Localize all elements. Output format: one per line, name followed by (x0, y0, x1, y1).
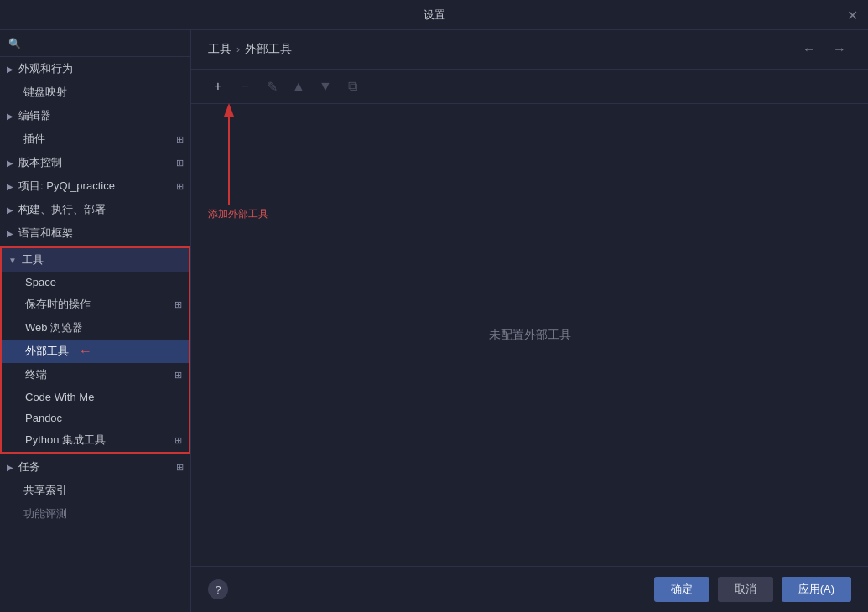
chevron-down-icon: ▼ (8, 256, 17, 265)
sidebar-item-python-integration[interactable]: Python 集成工具 ⊞ (2, 428, 189, 452)
sidebar-item-label: 任务 (18, 459, 40, 475)
chevron-right-icon: ▶ (7, 65, 13, 74)
external-icon: ⊞ (176, 158, 184, 169)
sidebar-item-web-browser[interactable]: Web 浏览器 (2, 316, 189, 340)
sidebar-item-label: 外部工具 (25, 344, 69, 359)
sidebar-item-version-control[interactable]: ▶ 版本控制 ⊞ (0, 151, 190, 174)
apply-button[interactable]: 应用(A) (782, 577, 851, 602)
content-header: 工具 › 外部工具 ← → (191, 30, 868, 70)
copy-button[interactable]: ⧉ (342, 76, 362, 96)
empty-state-label: 未配置外部工具 (489, 328, 571, 343)
external-icon: ⊞ (174, 299, 182, 310)
sidebar-item-label: 终端 (25, 367, 47, 382)
chevron-right-icon: ▶ (7, 463, 13, 472)
back-button[interactable]: ← (798, 40, 821, 59)
sidebar-item-label: 共享索引 (23, 483, 67, 498)
sidebar-item-tasks[interactable]: ▶ 任务 ⊞ (0, 455, 190, 479)
sidebar-item-label: Code With Me (25, 391, 94, 403)
sidebar-item-lang[interactable]: ▶ 语言和框架 (0, 221, 190, 245)
chevron-right-icon: ▶ (7, 205, 13, 215)
sidebar-item-terminal[interactable]: 终端 ⊞ (2, 363, 189, 386)
search-input[interactable] (26, 37, 182, 49)
edit-button[interactable]: ✎ (262, 76, 282, 96)
sidebar-item-plugins[interactable]: 插件 ⊞ (0, 127, 190, 151)
external-icon: ⊞ (174, 370, 182, 381)
sidebar-item-space[interactable]: Space (2, 272, 189, 293)
toolbar: + − ✎ ▲ ▼ ⧉ (191, 70, 868, 104)
sidebar-item-build[interactable]: ▶ 构建、执行、部署 (0, 198, 190, 221)
remove-button[interactable]: − (235, 76, 255, 96)
footer-left: ? (208, 579, 228, 599)
external-icon: ⊞ (176, 134, 184, 145)
window-title: 设置 (424, 8, 445, 23)
breadcrumb-separator: › (236, 44, 240, 55)
breadcrumb-root: 工具 (208, 42, 231, 57)
breadcrumb-current: 外部工具 (245, 42, 292, 57)
title-bar: 设置 ✕ (0, 0, 868, 30)
sidebar-item-label: Space (25, 276, 56, 288)
sidebar-item-label: Python 集成工具 (25, 433, 106, 448)
sidebar-item-label: 功能评测 (23, 506, 67, 521)
external-icon: ⊞ (176, 181, 184, 192)
chevron-right-icon: ▶ (7, 112, 13, 121)
sidebar: 🔍 ▶ 外观和行为 键盘映射 ▶ 编辑器 插件 ⊞ ▶ 版本控制 (0, 30, 191, 612)
sidebar-item-label: 工具 (22, 252, 44, 267)
sidebar-item-profiler[interactable]: 功能评测 (0, 502, 190, 526)
footer: ? 确定 取消 应用(A) (191, 566, 868, 612)
sidebar-item-appearance[interactable]: ▶ 外观和行为 (0, 57, 190, 80)
sidebar-item-external-tools[interactable]: 外部工具 ← (2, 340, 189, 363)
sidebar-item-label: 语言和框架 (18, 226, 73, 241)
close-button[interactable]: ✕ (847, 7, 858, 23)
sidebar-item-label: 构建、执行、部署 (18, 202, 106, 217)
confirm-button[interactable]: 确定 (654, 577, 709, 602)
sidebar-item-code-with-me[interactable]: Code With Me (2, 386, 189, 407)
sidebar-item-shared-index[interactable]: 共享索引 (0, 479, 190, 502)
cancel-button[interactable]: 取消 (718, 577, 773, 602)
move-down-button[interactable]: ▼ (315, 76, 335, 96)
sidebar-item-label: Pandoc (25, 412, 62, 424)
footer-right: 确定 取消 应用(A) (654, 577, 851, 602)
sidebar-item-label: 保存时的操作 (25, 297, 91, 312)
forward-button[interactable]: → (828, 40, 851, 59)
sidebar-item-label: 版本控制 (18, 155, 62, 170)
nav-buttons: ← → (798, 40, 851, 59)
sidebar-item-tools[interactable]: ▼ 工具 (2, 248, 189, 272)
arrow-left-icon: ← (79, 344, 92, 359)
main-area: 🔍 ▶ 外观和行为 键盘映射 ▶ 编辑器 插件 ⊞ ▶ 版本控制 (0, 30, 868, 612)
sidebar-item-label: 编辑器 (18, 108, 51, 123)
sidebar-item-label: 项目: PyQt_practice (18, 179, 115, 194)
settings-window: 设置 ✕ 🔍 ▶ 外观和行为 键盘映射 ▶ 编辑器 插件 (0, 0, 868, 612)
content-area: 工具 › 外部工具 ← → + − ✎ ▲ ▼ ⧉ (191, 30, 868, 612)
sidebar-item-label: 键盘映射 (23, 85, 67, 100)
chevron-right-icon: ▶ (7, 182, 13, 191)
chevron-right-icon: ▶ (7, 158, 13, 168)
sidebar-item-keymap[interactable]: 键盘映射 (0, 80, 190, 104)
tools-section-group: ▼ 工具 Space 保存时的操作 ⊞ Web 浏览器 外部工具 ← (0, 246, 190, 454)
add-button[interactable]: + (208, 76, 228, 96)
chevron-right-icon: ▶ (7, 229, 13, 238)
sidebar-item-editor[interactable]: ▶ 编辑器 (0, 104, 190, 127)
external-icon: ⊞ (176, 462, 184, 473)
help-button[interactable]: ? (208, 579, 228, 599)
sidebar-item-pandoc[interactable]: Pandoc (2, 407, 189, 428)
sidebar-item-project[interactable]: ▶ 项目: PyQt_practice ⊞ (0, 174, 190, 198)
sidebar-search[interactable]: 🔍 (0, 30, 190, 57)
search-icon: 🔍 (8, 38, 21, 49)
external-icon: ⊞ (174, 435, 182, 446)
sidebar-item-label: 外观和行为 (18, 61, 73, 76)
sidebar-item-label: 插件 (23, 132, 45, 147)
sidebar-item-save-actions[interactable]: 保存时的操作 ⊞ (2, 293, 189, 316)
content-body: 添加外部工具 未配置外部工具 (191, 104, 868, 566)
svg-text:添加外部工具: 添加外部工具 (208, 208, 268, 220)
move-up-button[interactable]: ▲ (288, 76, 309, 96)
sidebar-item-label: Web 浏览器 (25, 320, 83, 335)
